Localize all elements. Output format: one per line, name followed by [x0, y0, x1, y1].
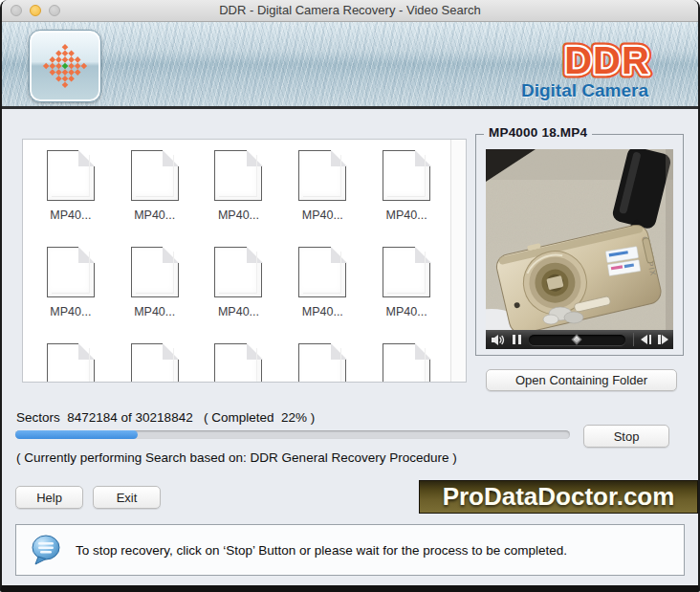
volume-icon[interactable]: [491, 334, 505, 346]
file-item-label: MP40...: [50, 208, 91, 222]
file-item[interactable]: MP40...: [280, 247, 364, 343]
player-controls: [486, 330, 673, 349]
search-status-text: ( Currently performing Search based on: …: [16, 450, 457, 465]
step-back-icon: [641, 335, 647, 344]
close-button[interactable]: [11, 5, 22, 16]
file-item[interactable]: MP40...: [364, 247, 448, 343]
minimize-button[interactable]: [30, 5, 41, 16]
speech-bubble-icon: [30, 534, 62, 566]
video-file-icon: [47, 343, 95, 382]
file-item-label: MP40...: [134, 208, 175, 222]
video-file-icon: [298, 247, 346, 297]
file-item-label: MP40...: [218, 305, 259, 318]
file-item[interactable]: MP40...: [29, 247, 113, 343]
step-back-button[interactable]: [641, 335, 651, 344]
message-text: To stop recovery, click on ‘Stop’ Button…: [76, 543, 567, 558]
file-list-panel: MP40... MP40... MP40... MP40... MP40... …: [22, 139, 467, 383]
logo-subtitle: Digital Camera: [521, 80, 648, 101]
video-file-icon: [383, 343, 430, 382]
checker-diamond-icon: [38, 39, 92, 93]
sectors-status-text: Sectors 8472184 of 30218842 ( Completed …: [16, 410, 315, 425]
step-buttons: [633, 333, 668, 346]
ddr-logo: DDR DDR: [559, 36, 655, 84]
file-item-label: MP40...: [302, 208, 343, 222]
file-item[interactable]: [364, 343, 448, 382]
video-file-icon: [383, 247, 430, 297]
file-grid: MP40... MP40... MP40... MP40... MP40... …: [23, 140, 450, 382]
file-item[interactable]: [197, 343, 281, 382]
file-item[interactable]: MP40...: [29, 150, 113, 247]
file-item[interactable]: [29, 343, 113, 382]
window-title: DDR - Digital Camera Recovery - Video Se…: [2, 0, 698, 21]
video-preview: COOLPIX: [486, 149, 673, 349]
file-item[interactable]: MP40...: [113, 247, 197, 343]
file-item[interactable]: MP40...: [113, 150, 197, 247]
main-area: MP40... MP40... MP40... MP40... MP40... …: [2, 109, 698, 582]
traffic-lights: [11, 5, 60, 16]
video-file-icon: [47, 150, 95, 201]
file-item[interactable]: MP40...: [197, 247, 281, 343]
exit-button[interactable]: Exit: [93, 486, 161, 509]
progress-bar: [15, 430, 570, 439]
file-list-scrollbar[interactable]: [450, 140, 466, 382]
file-item-label: MP40...: [50, 305, 91, 318]
file-item-label: MP40...: [386, 305, 427, 318]
ddr-logo-inner: DDR: [564, 39, 650, 81]
video-file-icon: [214, 150, 262, 201]
video-file-icon: [47, 247, 95, 297]
video-file-icon: [298, 343, 346, 382]
camera-preview-image: COOLPIX: [486, 149, 673, 330]
step-forward-button[interactable]: [658, 335, 668, 344]
preview-file-title: MP4000 18.MP4: [484, 125, 592, 140]
progress-fill: [15, 430, 138, 439]
file-item-label: MP40...: [302, 305, 343, 318]
header-banner: DDR DDR Digital Camera: [2, 22, 698, 109]
video-file-icon: [214, 343, 262, 382]
title-bar: DDR - Digital Camera Recovery - Video Se…: [2, 0, 698, 22]
file-item[interactable]: MP40...: [280, 150, 364, 247]
file-item[interactable]: [280, 343, 364, 382]
step-forward-icon: [662, 335, 668, 344]
file-item[interactable]: MP40...: [364, 150, 448, 247]
video-file-icon: [131, 247, 179, 297]
file-item-label: MP40...: [386, 208, 427, 222]
stop-button[interactable]: Stop: [583, 425, 669, 448]
help-button[interactable]: Help: [15, 486, 83, 509]
video-file-icon: [214, 247, 262, 297]
video-file-icon: [131, 343, 179, 382]
file-item-label: MP40...: [134, 305, 175, 318]
file-item[interactable]: [113, 343, 197, 382]
file-item-label: MP40...: [218, 208, 259, 222]
preview-groupbox: MP4000 18.MP4: [475, 134, 684, 356]
pause-button[interactable]: [513, 335, 521, 344]
seek-slider[interactable]: [529, 335, 626, 345]
brand-banner[interactable]: ProDataDoctor.com: [419, 480, 698, 514]
video-file-icon: [131, 150, 179, 201]
app-icon-button[interactable]: [29, 30, 101, 102]
video-file-icon: [298, 150, 346, 201]
video-file-icon: [383, 150, 430, 201]
app-window: DDR - Digital Camera Recovery - Video Se…: [0, 0, 700, 592]
file-item[interactable]: MP40...: [197, 150, 281, 247]
zoom-button[interactable]: [49, 5, 60, 16]
seek-slider-thumb[interactable]: [572, 334, 582, 344]
message-box: To stop recovery, click on ‘Stop’ Button…: [15, 524, 685, 576]
open-containing-folder-button[interactable]: Open Containing Folder: [486, 369, 677, 391]
